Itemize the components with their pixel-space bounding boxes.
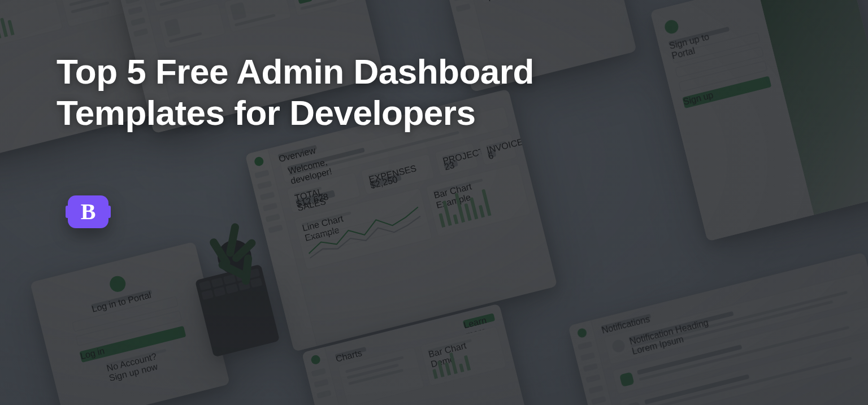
- hero: Top 5 Free Admin Dashboard Templates for…: [57, 51, 834, 133]
- hero-title: Top 5 Free Admin Dashboard Templates for…: [57, 51, 593, 133]
- bootstrap-icon: B: [68, 195, 108, 228]
- bootstrap-letter: B: [81, 201, 96, 223]
